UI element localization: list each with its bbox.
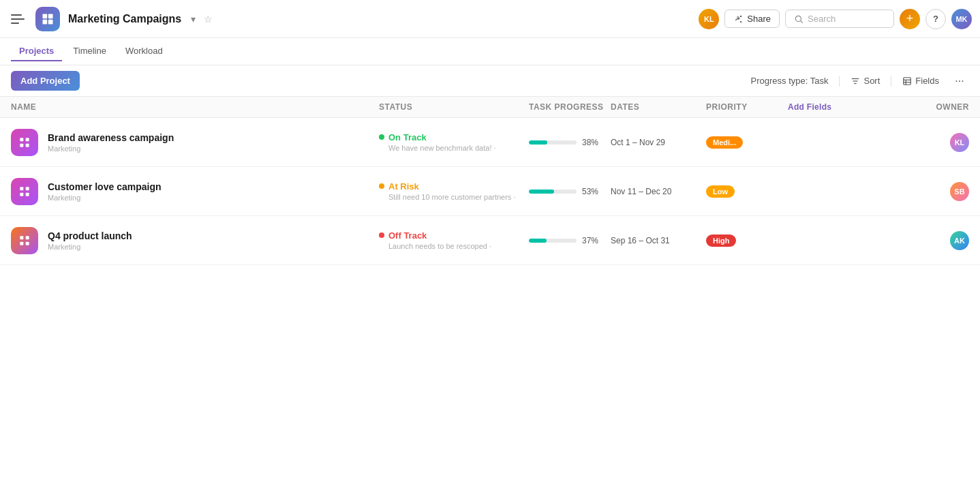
app-logo xyxy=(35,7,60,31)
svg-rect-1 xyxy=(48,14,53,18)
row-status-col: On Track We have new benchmark data! · xyxy=(379,132,529,152)
table-row[interactable]: Brand awareness campaign Marketing On Tr… xyxy=(0,118,980,167)
svg-rect-20 xyxy=(26,187,29,190)
subnav-item-projects[interactable]: Projects xyxy=(11,42,62,61)
svg-rect-23 xyxy=(20,236,23,239)
toolbar-divider-2 xyxy=(891,76,891,87)
svg-rect-21 xyxy=(20,192,23,196)
more-button[interactable]: ··· xyxy=(950,72,969,91)
svg-rect-15 xyxy=(20,138,23,141)
toolbar: Add Project Progress type: Task Sort Fie… xyxy=(0,65,980,97)
svg-point-5 xyxy=(740,20,741,22)
svg-rect-26 xyxy=(26,241,29,245)
status-note: Launch needs to be rescoped · xyxy=(388,242,491,250)
progress-bar-bg xyxy=(529,190,577,194)
fields-action[interactable]: Fields xyxy=(897,73,945,89)
table-row[interactable]: Q4 product launch Marketing Off Track La… xyxy=(0,216,980,265)
svg-rect-3 xyxy=(48,19,53,24)
add-project-button[interactable]: Add Project xyxy=(11,71,80,91)
status-label: Off Track xyxy=(388,230,491,241)
status-dot xyxy=(379,183,384,189)
row-progress-col: 37% xyxy=(529,236,611,245)
progress-bar-fill xyxy=(529,140,547,145)
progress-bar-bg xyxy=(529,239,577,243)
priority-badge: Medi... xyxy=(706,136,743,149)
svg-rect-0 xyxy=(43,14,48,18)
row-dates: Sep 16 – Oct 31 xyxy=(611,236,706,245)
row-project-name[interactable]: Customer love campaign xyxy=(48,181,379,192)
sort-action[interactable]: Sort xyxy=(845,73,885,89)
row-status-col: Off Track Launch needs to be rescoped · xyxy=(379,230,529,250)
status-note: We have new benchmark data! · xyxy=(388,144,496,152)
col-header-owner: Owner xyxy=(842,102,969,112)
priority-badge: High xyxy=(706,235,736,247)
row-priority: Medi... xyxy=(706,136,788,149)
row-dates: Nov 11 – Dec 20 xyxy=(611,187,706,196)
row-name-col: Customer love campaign Marketing xyxy=(48,181,379,202)
row-project-name[interactable]: Brand awareness campaign xyxy=(48,132,379,143)
svg-rect-22 xyxy=(26,192,29,196)
help-button[interactable]: ? xyxy=(925,9,946,29)
row-name-col: Q4 product launch Marketing xyxy=(48,230,379,251)
dropdown-icon[interactable]: ▾ xyxy=(191,14,196,25)
row-project-name[interactable]: Q4 product launch xyxy=(48,230,379,241)
svg-rect-17 xyxy=(20,143,23,147)
col-header-dates: Dates xyxy=(611,102,706,112)
progress-percent: 53% xyxy=(582,187,598,196)
row-priority: Low xyxy=(706,185,788,198)
row-progress-col: 53% xyxy=(529,187,611,196)
col-header-task-progress: Task Progress xyxy=(529,102,611,112)
row-owner: AK xyxy=(842,231,969,250)
add-button[interactable]: + xyxy=(900,9,920,29)
table-row[interactable]: Customer love campaign Marketing At Risk… xyxy=(0,167,980,216)
topbar: Marketing Campaigns ▾ ☆ KL Share Search … xyxy=(0,0,980,38)
priority-badge: Low xyxy=(706,185,735,198)
subnav-item-timeline[interactable]: Timeline xyxy=(65,42,114,61)
owner-avatar[interactable]: SB xyxy=(950,182,969,201)
svg-rect-25 xyxy=(20,241,23,245)
row-priority: High xyxy=(706,234,788,247)
row-progress-col: 38% xyxy=(529,138,611,147)
row-status-col: At Risk Still need 10 more customer part… xyxy=(379,181,529,201)
fields-label: Fields xyxy=(915,76,939,86)
progress-type-label: Progress type: Task xyxy=(751,76,829,86)
row-icon xyxy=(11,227,38,254)
favorite-icon[interactable]: ☆ xyxy=(204,14,213,25)
progress-bar-fill xyxy=(529,190,554,194)
progress-percent: 38% xyxy=(582,138,598,147)
owner-avatar[interactable]: KL xyxy=(950,133,969,152)
search-box[interactable]: Search xyxy=(785,10,894,28)
sort-label: Sort xyxy=(863,76,880,86)
subnav: Projects Timeline Workload xyxy=(0,38,980,65)
svg-rect-19 xyxy=(20,187,23,190)
status-label: On Track xyxy=(388,132,496,142)
status-note: Still need 10 more customer partners · xyxy=(388,193,515,201)
row-dates: Oct 1 – Nov 29 xyxy=(611,138,706,147)
toolbar-divider-1 xyxy=(839,76,840,87)
table-header: Name Status Task Progress Dates Priority… xyxy=(0,97,980,118)
search-placeholder: Search xyxy=(808,14,836,24)
row-icon xyxy=(11,178,38,205)
owner-avatar[interactable]: AK xyxy=(950,231,969,250)
share-button[interactable]: Share xyxy=(724,10,780,28)
user-avatar-small[interactable]: KL xyxy=(699,9,719,29)
svg-point-4 xyxy=(740,15,741,16)
subnav-item-workload[interactable]: Workload xyxy=(117,42,171,61)
table-body: Brand awareness campaign Marketing On Tr… xyxy=(0,118,980,265)
row-category: Marketing xyxy=(48,145,379,153)
svg-point-6 xyxy=(795,16,801,21)
share-label: Share xyxy=(747,14,771,24)
progress-percent: 37% xyxy=(582,236,598,245)
hamburger-menu[interactable] xyxy=(8,8,30,30)
svg-rect-16 xyxy=(26,138,29,141)
col-header-add-fields[interactable]: Add Fields xyxy=(788,102,842,112)
row-name-col: Brand awareness campaign Marketing xyxy=(48,132,379,153)
col-header-status: Status xyxy=(379,102,529,112)
col-header-priority: Priority xyxy=(706,102,788,112)
status-dot xyxy=(379,232,384,238)
progress-bar-fill xyxy=(529,239,547,243)
progress-type-action[interactable]: Progress type: Task xyxy=(746,73,834,89)
status-dot xyxy=(379,134,384,140)
user-avatar-main[interactable]: MK xyxy=(951,9,972,29)
row-owner: SB xyxy=(842,182,969,201)
